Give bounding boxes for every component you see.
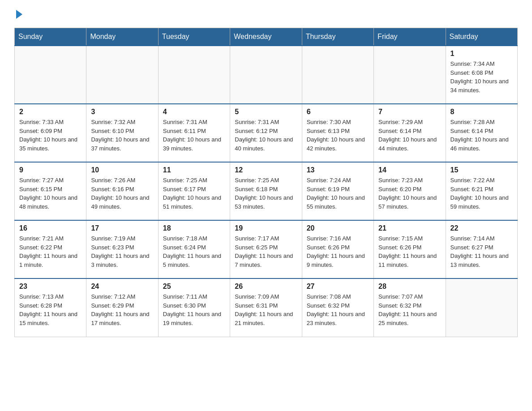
calendar-cell [446,278,517,337]
day-of-week-header: Tuesday [158,28,230,46]
calendar-cell: 25Sunrise: 7:11 AM Sunset: 6:30 PM Dayli… [158,278,230,337]
day-number: 11 [163,166,225,174]
day-info: Sunrise: 7:32 AM Sunset: 6:10 PM Dayligh… [91,118,153,153]
day-info: Sunrise: 7:17 AM Sunset: 6:25 PM Dayligh… [235,234,297,269]
calendar-cell [158,46,230,104]
day-number: 22 [450,224,513,232]
logo [14,11,22,19]
day-info: Sunrise: 7:25 AM Sunset: 6:18 PM Dayligh… [235,176,297,211]
day-info: Sunrise: 7:11 AM Sunset: 6:30 PM Dayligh… [163,292,225,327]
day-info: Sunrise: 7:26 AM Sunset: 6:16 PM Dayligh… [91,176,153,211]
calendar-cell: 9Sunrise: 7:27 AM Sunset: 6:15 PM Daylig… [15,162,86,220]
day-info: Sunrise: 7:31 AM Sunset: 6:11 PM Dayligh… [163,118,225,153]
day-of-week-header: Thursday [302,28,373,46]
calendar-cell: 3Sunrise: 7:32 AM Sunset: 6:10 PM Daylig… [86,104,158,162]
calendar-cell [86,46,158,104]
page-header [14,11,518,19]
day-number: 1 [450,50,513,58]
week-row: 1Sunrise: 7:34 AM Sunset: 6:08 PM Daylig… [15,46,518,104]
calendar-cell: 15Sunrise: 7:22 AM Sunset: 6:21 PM Dayli… [446,162,517,220]
calendar-cell: 7Sunrise: 7:29 AM Sunset: 6:14 PM Daylig… [374,104,446,162]
day-number: 2 [19,108,82,116]
day-number: 6 [307,108,369,116]
day-number: 12 [235,166,297,174]
calendar-cell: 2Sunrise: 7:33 AM Sunset: 6:09 PM Daylig… [15,104,86,162]
day-info: Sunrise: 7:09 AM Sunset: 6:31 PM Dayligh… [235,292,297,327]
day-info: Sunrise: 7:15 AM Sunset: 6:26 PM Dayligh… [378,234,441,269]
day-info: Sunrise: 7:12 AM Sunset: 6:29 PM Dayligh… [91,292,153,327]
day-number: 3 [91,108,153,116]
logo-arrow-icon [16,10,22,19]
day-number: 23 [19,283,82,291]
day-number: 19 [235,224,297,232]
day-of-week-header: Saturday [446,28,517,46]
calendar-cell: 11Sunrise: 7:25 AM Sunset: 6:17 PM Dayli… [158,162,230,220]
day-info: Sunrise: 7:16 AM Sunset: 6:26 PM Dayligh… [307,234,369,269]
day-number: 25 [163,283,225,291]
day-number: 26 [235,283,297,291]
day-number: 20 [307,224,369,232]
day-info: Sunrise: 7:33 AM Sunset: 6:09 PM Dayligh… [19,118,82,153]
day-info: Sunrise: 7:08 AM Sunset: 6:32 PM Dayligh… [307,292,369,327]
calendar-cell: 19Sunrise: 7:17 AM Sunset: 6:25 PM Dayli… [230,220,302,278]
day-number: 21 [378,224,441,232]
day-number: 13 [307,166,369,174]
calendar-cell [230,46,302,104]
calendar-cell [302,46,373,104]
day-of-week-header: Sunday [15,28,86,46]
day-of-week-header: Wednesday [230,28,302,46]
week-row: 23Sunrise: 7:13 AM Sunset: 6:28 PM Dayli… [15,278,518,337]
calendar-cell: 18Sunrise: 7:18 AM Sunset: 6:24 PM Dayli… [158,220,230,278]
day-info: Sunrise: 7:31 AM Sunset: 6:12 PM Dayligh… [235,118,297,153]
calendar-cell: 23Sunrise: 7:13 AM Sunset: 6:28 PM Dayli… [15,278,86,337]
calendar-table: SundayMondayTuesdayWednesdayThursdayFrid… [14,28,518,337]
day-of-week-header: Monday [86,28,158,46]
calendar-cell: 4Sunrise: 7:31 AM Sunset: 6:11 PM Daylig… [158,104,230,162]
day-number: 15 [450,166,513,174]
week-row: 16Sunrise: 7:21 AM Sunset: 6:22 PM Dayli… [15,220,518,278]
calendar-cell: 28Sunrise: 7:07 AM Sunset: 6:32 PM Dayli… [374,278,446,337]
calendar-cell: 13Sunrise: 7:24 AM Sunset: 6:19 PM Dayli… [302,162,373,220]
calendar-cell: 26Sunrise: 7:09 AM Sunset: 6:31 PM Dayli… [230,278,302,337]
day-info: Sunrise: 7:30 AM Sunset: 6:13 PM Dayligh… [307,118,369,153]
day-number: 8 [450,108,513,116]
calendar-cell: 5Sunrise: 7:31 AM Sunset: 6:12 PM Daylig… [230,104,302,162]
week-row: 2Sunrise: 7:33 AM Sunset: 6:09 PM Daylig… [15,104,518,162]
day-number: 14 [378,166,441,174]
calendar-cell: 1Sunrise: 7:34 AM Sunset: 6:08 PM Daylig… [446,46,517,104]
day-number: 10 [91,166,153,174]
day-of-week-header: Friday [374,28,446,46]
day-info: Sunrise: 7:19 AM Sunset: 6:23 PM Dayligh… [91,234,153,269]
day-info: Sunrise: 7:27 AM Sunset: 6:15 PM Dayligh… [19,176,82,211]
calendar-cell: 22Sunrise: 7:14 AM Sunset: 6:27 PM Dayli… [446,220,517,278]
day-info: Sunrise: 7:34 AM Sunset: 6:08 PM Dayligh… [450,60,513,94]
calendar-cell: 12Sunrise: 7:25 AM Sunset: 6:18 PM Dayli… [230,162,302,220]
calendar-cell: 17Sunrise: 7:19 AM Sunset: 6:23 PM Dayli… [86,220,158,278]
calendar-cell: 6Sunrise: 7:30 AM Sunset: 6:13 PM Daylig… [302,104,373,162]
day-number: 24 [91,283,153,291]
day-number: 4 [163,108,225,116]
day-info: Sunrise: 7:18 AM Sunset: 6:24 PM Dayligh… [163,234,225,269]
day-info: Sunrise: 7:22 AM Sunset: 6:21 PM Dayligh… [450,176,513,211]
day-number: 28 [378,283,441,291]
day-number: 7 [378,108,441,116]
day-info: Sunrise: 7:07 AM Sunset: 6:32 PM Dayligh… [378,292,441,327]
calendar-cell: 24Sunrise: 7:12 AM Sunset: 6:29 PM Dayli… [86,278,158,337]
calendar-cell [15,46,86,104]
calendar-cell [374,46,446,104]
day-info: Sunrise: 7:23 AM Sunset: 6:20 PM Dayligh… [378,176,441,211]
calendar-cell: 14Sunrise: 7:23 AM Sunset: 6:20 PM Dayli… [374,162,446,220]
day-info: Sunrise: 7:13 AM Sunset: 6:28 PM Dayligh… [19,292,82,327]
calendar-cell: 21Sunrise: 7:15 AM Sunset: 6:26 PM Dayli… [374,220,446,278]
day-info: Sunrise: 7:21 AM Sunset: 6:22 PM Dayligh… [19,234,82,269]
calendar-cell: 16Sunrise: 7:21 AM Sunset: 6:22 PM Dayli… [15,220,86,278]
day-number: 27 [307,283,369,291]
day-info: Sunrise: 7:24 AM Sunset: 6:19 PM Dayligh… [307,176,369,211]
calendar-cell: 8Sunrise: 7:28 AM Sunset: 6:14 PM Daylig… [446,104,517,162]
calendar-cell: 10Sunrise: 7:26 AM Sunset: 6:16 PM Dayli… [86,162,158,220]
calendar-header-row: SundayMondayTuesdayWednesdayThursdayFrid… [15,28,518,46]
day-info: Sunrise: 7:25 AM Sunset: 6:17 PM Dayligh… [163,176,225,211]
day-number: 5 [235,108,297,116]
week-row: 9Sunrise: 7:27 AM Sunset: 6:15 PM Daylig… [15,162,518,220]
day-number: 16 [19,224,82,232]
